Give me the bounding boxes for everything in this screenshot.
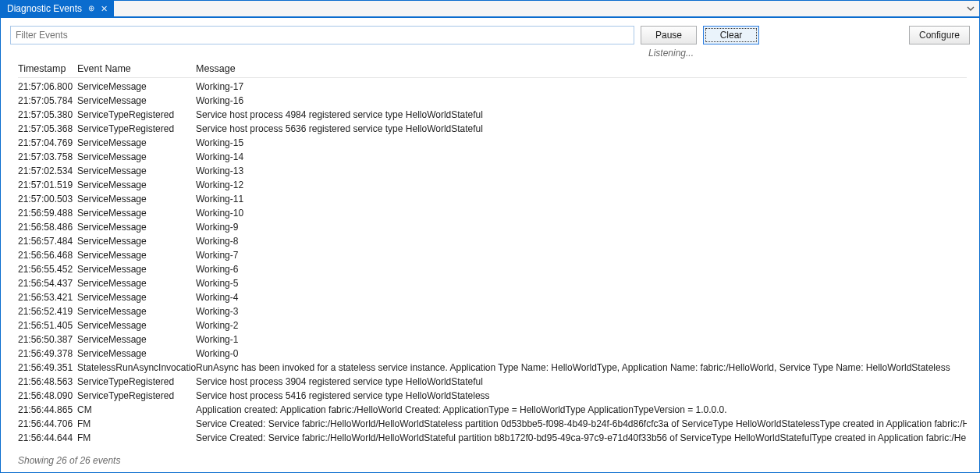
cell-event-name: ServiceMessage	[77, 347, 196, 361]
table-headers: Timestamp Event Name Message	[18, 63, 967, 78]
table-row[interactable]: ▷21:56:50.387ServiceMessageWorking-1	[18, 333, 967, 347]
cell-event-name: ServiceMessage	[77, 248, 196, 262]
filter-events-input[interactable]	[10, 26, 634, 44]
configure-button[interactable]: Configure	[909, 26, 970, 44]
cell-timestamp: 21:57:05.368	[18, 122, 77, 136]
pause-button[interactable]: Pause	[641, 26, 697, 44]
cell-message: Working-15	[196, 136, 967, 150]
table-row[interactable]: ▷21:56:53.421ServiceMessageWorking-4	[18, 290, 967, 304]
cell-event-name: ServiceMessage	[77, 206, 196, 220]
cell-timestamp: 21:56:49.351	[18, 361, 77, 375]
cell-message: Working-2	[196, 318, 967, 333]
window-title: Diagnostic Events	[7, 3, 82, 14]
cell-message: Working-3	[196, 304, 967, 318]
cell-event-name: ServiceMessage	[77, 333, 196, 347]
cell-message: Service host process 4984 registered ser…	[196, 108, 967, 122]
cell-event-name: ServiceMessage	[77, 164, 196, 178]
table-row[interactable]: ▷21:56:55.452ServiceMessageWorking-6	[18, 262, 967, 276]
listening-status: Listening...	[1, 44, 979, 63]
table-row[interactable]: ▷21:56:44.706FMService Created: Service …	[18, 417, 967, 431]
cell-event-name: ServiceMessage	[77, 192, 196, 206]
cell-timestamp: 21:56:48.563	[18, 375, 77, 389]
table-row[interactable]: ▷21:56:48.563ServiceTypeRegisteredServic…	[18, 375, 967, 389]
close-icon[interactable]: ✕	[101, 5, 108, 13]
table-row[interactable]: ▷21:57:02.534ServiceMessageWorking-13	[18, 164, 967, 178]
cell-timestamp: 21:56:57.484	[18, 234, 77, 248]
column-header-event-name[interactable]: Event Name	[77, 63, 196, 74]
events-table: Timestamp Event Name Message ▷21:57:06.8…	[1, 63, 979, 450]
cell-timestamp: 21:56:54.437	[18, 276, 77, 290]
cell-message: Working-4	[196, 290, 967, 304]
table-row[interactable]: ▷21:57:06.800ServiceMessageWorking-17	[18, 80, 967, 94]
cell-message: Application created: Application fabric:…	[196, 403, 967, 417]
cell-message: Working-17	[196, 80, 967, 94]
table-row[interactable]: ▷21:56:58.486ServiceMessageWorking-9	[18, 220, 967, 234]
table-row[interactable]: ▷21:57:05.784ServiceMessageWorking-16	[18, 94, 967, 108]
cell-event-name: ServiceMessage	[77, 178, 196, 192]
table-row[interactable]: ▷21:57:00.503ServiceMessageWorking-11	[18, 192, 967, 206]
table-row[interactable]: ▷21:56:57.484ServiceMessageWorking-8	[18, 234, 967, 248]
cell-timestamp: 21:56:51.405	[18, 318, 77, 333]
cell-message: Service host process 5416 registered ser…	[196, 389, 967, 403]
cell-message: RunAsync has been invoked for a stateles…	[196, 361, 967, 375]
window-tab[interactable]: Diagnostic Events ⊕ ✕	[1, 1, 114, 16]
cell-timestamp: 21:56:52.419	[18, 304, 77, 318]
cell-timestamp: 21:56:58.486	[18, 220, 77, 234]
cell-message: Working-8	[196, 234, 967, 248]
cell-timestamp: 21:56:44.865	[18, 403, 77, 417]
toolbar: Pause Clear Configure	[1, 18, 979, 44]
cell-message: Working-5	[196, 276, 967, 290]
table-row[interactable]: ▷21:57:03.758ServiceMessageWorking-14	[18, 150, 967, 164]
cell-timestamp: 21:56:56.468	[18, 248, 77, 262]
cell-event-name: StatelessRunAsyncInvocation	[77, 361, 196, 375]
cell-timestamp: 21:56:44.644	[18, 431, 77, 445]
table-row[interactable]: ▷21:56:44.865CMApplication created: Appl…	[18, 403, 967, 417]
cell-event-name: FM	[77, 417, 196, 431]
cell-message: Working-6	[196, 262, 967, 276]
status-footer: Showing 26 of 26 events	[1, 450, 979, 472]
table-row[interactable]: ▷21:56:59.488ServiceMessageWorking-10	[18, 206, 967, 220]
toolbar-menu-dropdown-icon[interactable]	[965, 3, 976, 14]
cell-event-name: CM	[77, 403, 196, 417]
cell-message: Working-0	[196, 347, 967, 361]
table-row[interactable]: ▷21:57:05.368ServiceTypeRegisteredServic…	[18, 122, 967, 136]
column-header-timestamp[interactable]: Timestamp	[18, 63, 77, 74]
cell-event-name: ServiceMessage	[77, 136, 196, 150]
cell-event-name: ServiceMessage	[77, 304, 196, 318]
cell-message: Service Created: Service fabric:/HelloWo…	[196, 417, 967, 431]
cell-message: Working-12	[196, 178, 967, 192]
table-row[interactable]: ▷21:56:44.644FMService Created: Service …	[18, 431, 967, 445]
table-row[interactable]: ▷21:56:56.468ServiceMessageWorking-7	[18, 248, 967, 262]
cell-timestamp: 21:56:50.387	[18, 333, 77, 347]
cell-message: Service host process 5636 registered ser…	[196, 122, 967, 136]
cell-timestamp: 21:57:02.534	[18, 164, 77, 178]
cell-event-name: ServiceMessage	[77, 262, 196, 276]
cell-message: Service host process 3904 registered ser…	[196, 375, 967, 389]
cell-timestamp: 21:56:44.706	[18, 417, 77, 431]
table-row[interactable]: ▷21:57:04.769ServiceMessageWorking-15	[18, 136, 967, 150]
cell-event-name: ServiceMessage	[77, 276, 196, 290]
cell-event-name: ServiceTypeRegistered	[77, 108, 196, 122]
clear-button[interactable]: Clear	[703, 26, 759, 44]
cell-timestamp: 21:57:01.519	[18, 178, 77, 192]
table-row[interactable]: ▷21:56:49.378ServiceMessageWorking-0	[18, 347, 967, 361]
cell-event-name: ServiceTypeRegistered	[77, 122, 196, 136]
pin-icon[interactable]: ⊕	[88, 5, 94, 12]
table-row[interactable]: ▷21:57:01.519ServiceMessageWorking-12	[18, 178, 967, 192]
cell-timestamp: 21:56:49.378	[18, 347, 77, 361]
column-header-message[interactable]: Message	[196, 63, 967, 74]
cell-message: Working-13	[196, 164, 967, 178]
table-row[interactable]: ▷21:56:49.351StatelessRunAsyncInvocation…	[18, 361, 967, 375]
table-row[interactable]: ▷21:56:52.419ServiceMessageWorking-3	[18, 304, 967, 318]
table-row[interactable]: ▷21:57:05.380ServiceTypeRegisteredServic…	[18, 108, 967, 122]
cell-message: Working-9	[196, 220, 967, 234]
table-row[interactable]: ▷21:56:51.405ServiceMessageWorking-2	[18, 318, 967, 333]
cell-event-name: ServiceTypeRegistered	[77, 375, 196, 389]
table-row[interactable]: ▷21:56:48.090ServiceTypeRegisteredServic…	[18, 389, 967, 403]
cell-message: Working-11	[196, 192, 967, 206]
table-row[interactable]: ▷21:56:54.437ServiceMessageWorking-5	[18, 276, 967, 290]
cell-timestamp: 21:56:59.488	[18, 206, 77, 220]
cell-timestamp: 21:57:05.380	[18, 108, 77, 122]
cell-timestamp: 21:57:03.758	[18, 150, 77, 164]
cell-timestamp: 21:57:05.784	[18, 94, 77, 108]
